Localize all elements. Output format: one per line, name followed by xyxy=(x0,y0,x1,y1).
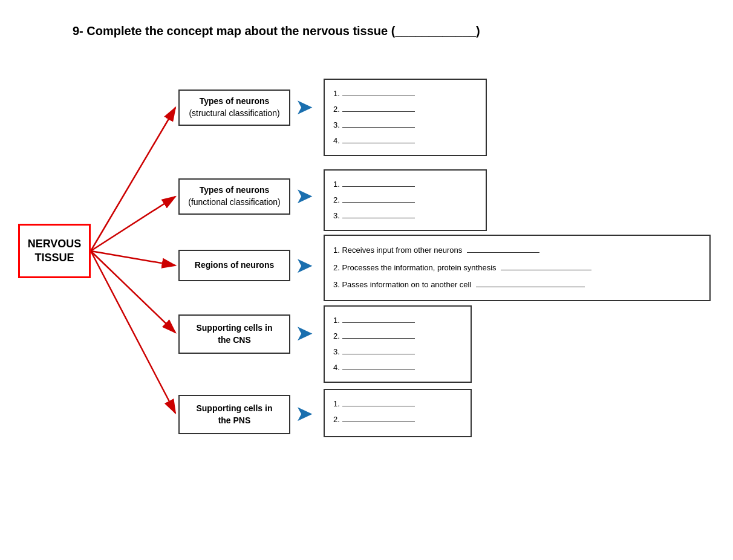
branch-regions: Regions of neurons xyxy=(178,250,290,281)
answer-box-regions: 1. Receives input from other neurons 2. … xyxy=(324,235,711,301)
branch-types-structural: Types of neurons (structural classificat… xyxy=(178,90,290,126)
answer-box-cns: 1. 2. 3. 4. xyxy=(324,305,472,383)
branch-supporting-cns: Supporting cells in the CNS xyxy=(178,314,290,354)
answer-box-pns: 1. 2. xyxy=(324,389,472,437)
arrow-functional: ➤ xyxy=(295,183,313,209)
svg-line-1 xyxy=(91,108,175,251)
page-title: 9- Complete the concept map about the ne… xyxy=(73,24,480,38)
arrow-regions: ➤ xyxy=(295,253,313,278)
svg-line-2 xyxy=(91,197,175,251)
arrow-cns: ➤ xyxy=(295,321,313,346)
svg-line-4 xyxy=(91,251,175,333)
arrow-structural: ➤ xyxy=(295,94,313,120)
central-node: NERVOUS TISSUE xyxy=(18,224,91,278)
answer-box-structural: 1. 2. 3. 4. xyxy=(324,79,487,156)
answer-box-functional: 1. 2. 3. xyxy=(324,169,487,231)
branch-types-functional: Types of neurons (functional classificat… xyxy=(178,178,290,215)
branch-supporting-pns: Supporting cells in the PNS xyxy=(178,395,290,434)
svg-line-5 xyxy=(91,251,175,413)
arrow-pns: ➤ xyxy=(295,401,313,426)
svg-line-3 xyxy=(91,251,175,265)
